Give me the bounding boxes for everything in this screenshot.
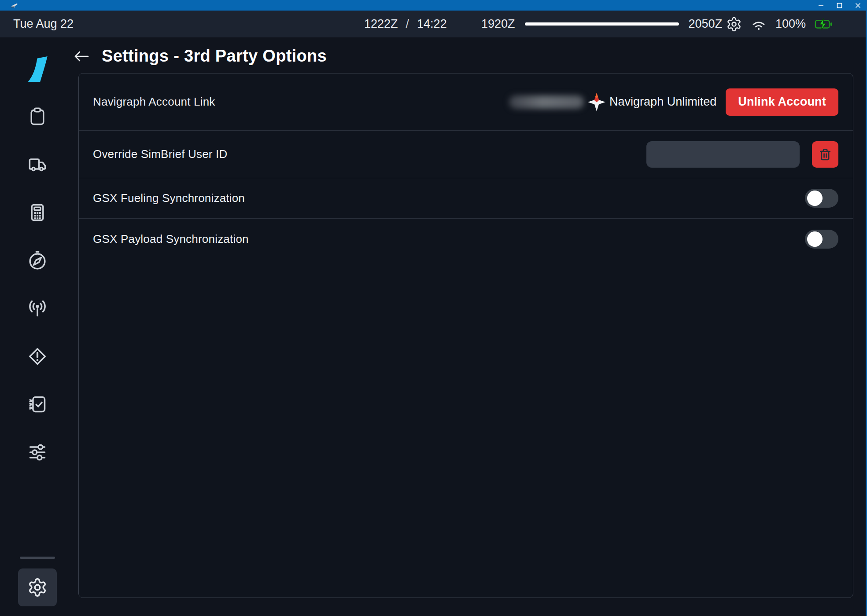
close-icon xyxy=(855,3,861,8)
simbrief-override-label: Override SimBrief User ID xyxy=(93,147,228,161)
sidebar-item-navigation[interactable] xyxy=(28,251,47,270)
navigraph-account-label: Navigraph Account Link xyxy=(93,95,215,109)
status-bar: Tue Aug 22 1222Z / 14:22 1920Z 2050Z 100… xyxy=(0,11,866,37)
gsx-fueling-row: GSX Fueling Synchronization xyxy=(79,178,853,219)
sidebar-item-options[interactable] xyxy=(28,443,47,462)
sidebar-item-checklist[interactable] xyxy=(28,395,47,414)
main-content: Settings - 3rd Party Options Navigraph A… xyxy=(73,37,866,616)
flight-progress-bar xyxy=(525,22,679,26)
wifi-indicator xyxy=(751,16,767,32)
utc-time: 1222Z xyxy=(364,17,398,31)
sidebar-item-settings-active[interactable] xyxy=(18,568,57,606)
gsx-payload-row: GSX Payload Synchronization xyxy=(79,219,853,260)
gear-icon xyxy=(726,16,742,32)
time-separator: / xyxy=(405,17,410,31)
blurred-account-name xyxy=(509,95,584,109)
sidebar-item-flight-plan[interactable] xyxy=(28,107,47,126)
sidebar-nav xyxy=(0,37,75,616)
navigraph-logo-icon xyxy=(588,93,605,111)
navigraph-plan-label: Navigraph Unlimited xyxy=(609,95,716,109)
maximize-icon xyxy=(837,3,842,8)
wifi-icon xyxy=(751,16,767,32)
back-button[interactable] xyxy=(73,49,90,64)
page-title: Settings - 3rd Party Options xyxy=(102,47,327,66)
toggle-knob xyxy=(807,191,823,206)
settings-card: Navigraph Account Link Navigraph Unlimit… xyxy=(78,73,853,598)
minimize-button[interactable] xyxy=(812,0,830,11)
truck-icon xyxy=(28,155,47,174)
minimize-icon xyxy=(818,3,824,8)
sidebar-divider xyxy=(20,557,55,559)
navigraph-account-row: Navigraph Account Link Navigraph Unlimit… xyxy=(79,73,853,131)
unlink-account-button[interactable]: Unlink Account xyxy=(726,88,838,116)
gsx-fueling-label: GSX Fueling Synchronization xyxy=(93,191,245,205)
maximize-button[interactable] xyxy=(830,0,849,11)
battery-indicator xyxy=(815,18,833,31)
airplane-app-icon xyxy=(11,2,18,9)
flight-times: 1920Z 2050Z xyxy=(481,11,722,37)
clipboard-icon xyxy=(28,107,47,126)
clear-simbrief-id-button[interactable] xyxy=(812,141,838,168)
local-time: 14:22 xyxy=(417,17,447,31)
flight-end-time: 2050Z xyxy=(689,17,723,31)
trash-icon xyxy=(819,147,832,161)
notebook-check-icon xyxy=(28,395,47,414)
warning-diamond-icon xyxy=(28,347,47,366)
gsx-payload-label: GSX Payload Synchronization xyxy=(93,232,249,246)
status-date: Tue Aug 22 xyxy=(13,11,74,37)
sidebar-item-failures[interactable] xyxy=(28,347,47,366)
sliders-icon xyxy=(28,443,47,462)
battery-percent: 100% xyxy=(775,17,806,31)
gsx-fueling-toggle[interactable] xyxy=(805,189,838,208)
broadcast-antenna-icon xyxy=(28,299,47,318)
gear-icon xyxy=(27,577,48,598)
toggle-knob xyxy=(807,231,823,247)
efb-window: Tue Aug 22 1222Z / 14:22 1920Z 2050Z 100… xyxy=(0,0,867,616)
flight-start-time: 1920Z xyxy=(481,17,515,31)
battery-charging-icon xyxy=(815,18,833,31)
sidebar-item-radio[interactable] xyxy=(28,299,47,318)
calculator-icon xyxy=(28,203,47,222)
simbrief-override-row: Override SimBrief User ID xyxy=(79,131,853,178)
simbrief-user-id-input[interactable] xyxy=(646,141,800,168)
statusbar-settings-button[interactable] xyxy=(726,16,742,32)
window-titlebar xyxy=(0,0,867,11)
airline-tailfin-logo[interactable] xyxy=(24,56,51,83)
compass-icon xyxy=(28,251,47,270)
sidebar-item-ground-services[interactable] xyxy=(28,155,47,174)
back-arrow-icon xyxy=(74,50,89,63)
sidebar-item-performance[interactable] xyxy=(28,203,47,222)
status-icons: 100% xyxy=(726,11,833,37)
status-clock: 1222Z / 14:22 xyxy=(364,11,447,37)
gsx-payload-toggle[interactable] xyxy=(805,230,838,249)
close-button[interactable] xyxy=(849,0,867,11)
